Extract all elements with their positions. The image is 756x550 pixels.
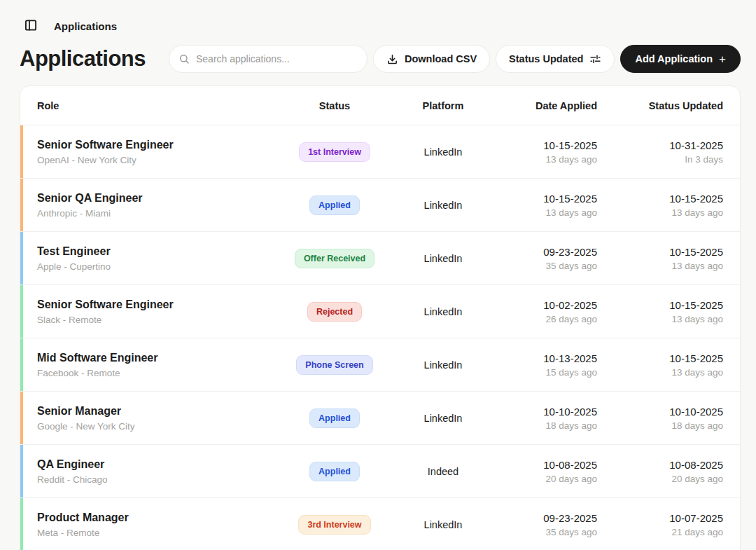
company-location: Facebook - Remote (37, 368, 275, 378)
column-header-platform: Platform (394, 100, 492, 111)
date-applied-relative: 35 days ago (492, 261, 597, 271)
platform-cell: LinkedIn (394, 519, 492, 530)
status-badge: 3rd Interview (298, 515, 370, 535)
date-applied: 10-15-2025 (492, 193, 597, 205)
table-row[interactable]: Senior Software Engineer Slack - Remote … (20, 285, 740, 338)
table-row[interactable]: Senior QA Engineer Anthropic - Miami App… (20, 179, 740, 232)
role-title: Senior Software Engineer (37, 139, 275, 151)
row-accent-bar (20, 285, 23, 338)
column-header-date-applied: Date Applied (492, 100, 597, 111)
status-updated-filter-label: Status Updated (509, 53, 583, 64)
table-row[interactable]: Mid Software Engineer Facebook - Remote … (20, 338, 740, 392)
company-location: Anthropic - Miami (37, 208, 275, 219)
status-updated-date: 10-08-2025 (597, 459, 723, 471)
status-updated-cell: 10-31-2025 In 3 days (597, 139, 723, 165)
status-cell: Applied (275, 462, 394, 481)
column-header-status-updated: Status Updated (597, 100, 723, 111)
status-updated-date: 10-10-2025 (597, 406, 723, 418)
status-updated-date: 10-15-2025 (597, 246, 723, 258)
role-title: Test Engineer (37, 245, 275, 258)
date-applied: 10-02-2025 (492, 299, 597, 311)
date-applied: 09-23-2025 (492, 246, 597, 258)
column-header-role: Role (37, 100, 275, 111)
panel-left-icon (24, 18, 38, 34)
status-updated-cell: 10-08-2025 20 days ago (597, 459, 723, 484)
date-applied-cell: 10-02-2025 26 days ago (492, 299, 597, 324)
status-cell: Applied (275, 195, 394, 215)
status-cell: Offer Received (275, 249, 394, 268)
platform-cell: LinkedIn (394, 200, 492, 211)
status-updated-cell: 10-07-2025 21 days ago (597, 512, 723, 537)
row-accent-bar (20, 179, 23, 231)
platform-cell: LinkedIn (394, 146, 492, 158)
company-location: OpenAI - New York City (37, 155, 275, 165)
status-updated-cell: 10-15-2025 13 days ago (597, 193, 723, 218)
date-applied-cell: 10-15-2025 13 days ago (492, 193, 597, 218)
status-badge: 1st Interview (299, 142, 370, 162)
row-accent-bar (20, 232, 23, 284)
search-input[interactable] (169, 45, 368, 73)
page-title: Applications (20, 46, 146, 71)
date-applied: 10-15-2025 (492, 139, 597, 151)
status-updated-relative: 21 days ago (597, 527, 723, 537)
date-applied: 09-23-2025 (492, 512, 597, 524)
status-badge: Offer Received (295, 249, 374, 268)
company-location: Slack - Remote (37, 315, 275, 325)
status-badge: Applied (309, 462, 360, 481)
platform-cell: Indeed (394, 466, 492, 477)
role-title: Senior Manager (37, 405, 275, 418)
table-row[interactable]: Senior Software Engineer OpenAI - New Yo… (20, 125, 740, 179)
status-updated-filter-button[interactable]: Status Updated (496, 45, 615, 73)
status-cell: 1st Interview (275, 142, 394, 162)
status-badge: Rejected (307, 302, 362, 322)
company-location: Meta - Remote (37, 528, 275, 538)
status-cell: Phone Screen (275, 355, 394, 375)
status-cell: 3rd Interview (275, 515, 394, 535)
role-title: QA Engineer (37, 458, 275, 471)
role-title: Product Manager (37, 511, 275, 524)
status-updated-cell: 10-15-2025 13 days ago (597, 352, 723, 378)
date-applied-cell: 10-13-2025 15 days ago (492, 352, 597, 378)
row-accent-bar (20, 498, 23, 550)
status-updated-date: 10-15-2025 (597, 299, 723, 311)
role-title: Mid Software Engineer (37, 352, 275, 364)
date-applied: 10-13-2025 (492, 352, 597, 364)
status-badge: Phone Screen (296, 355, 372, 375)
download-csv-label: Download CSV (405, 53, 477, 64)
table-row[interactable]: Test Engineer Apple - Cupertino Offer Re… (20, 232, 740, 285)
status-updated-relative: In 3 days (597, 154, 723, 165)
date-applied-relative: 26 days ago (492, 314, 597, 324)
date-applied-cell: 10-15-2025 13 days ago (492, 139, 597, 165)
header-controls: Download CSV Status Updated Add Applicat… (169, 45, 741, 73)
role-cell: Senior Software Engineer Slack - Remote (37, 298, 275, 325)
status-updated-cell: 10-15-2025 13 days ago (597, 246, 723, 271)
role-cell: Senior Software Engineer OpenAI - New Yo… (37, 139, 275, 165)
status-updated-date: 10-15-2025 (597, 193, 723, 205)
table-row[interactable]: QA Engineer Reddit - Chicago Applied Ind… (20, 445, 740, 498)
status-badge: Applied (309, 195, 360, 215)
search-container (169, 45, 368, 73)
row-accent-bar (20, 125, 23, 178)
date-applied-relative: 35 days ago (492, 527, 597, 537)
date-applied-relative: 18 days ago (492, 420, 597, 431)
status-badge: Applied (309, 408, 360, 428)
table-row[interactable]: Product Manager Meta - Remote 3rd Interv… (20, 498, 740, 550)
role-cell: QA Engineer Reddit - Chicago (37, 458, 275, 485)
status-cell: Rejected (275, 302, 394, 322)
add-application-button[interactable]: Add Application + (620, 45, 741, 73)
status-updated-relative: 13 days ago (597, 367, 723, 378)
row-accent-bar (20, 338, 23, 391)
date-applied: 10-10-2025 (492, 406, 597, 418)
sidebar-toggle-button[interactable] (23, 18, 38, 34)
download-csv-button[interactable]: Download CSV (373, 45, 490, 73)
date-applied-cell: 10-08-2025 20 days ago (492, 459, 597, 484)
role-cell: Senior QA Engineer Anthropic - Miami (37, 192, 275, 219)
role-cell: Product Manager Meta - Remote (37, 511, 275, 538)
status-cell: Applied (275, 408, 394, 428)
role-title: Senior QA Engineer (37, 192, 275, 205)
table-row[interactable]: Senior Manager Google - New York City Ap… (20, 392, 740, 445)
table-header-row: Role Status Platform Date Applied Status… (20, 86, 740, 125)
download-icon (386, 53, 398, 65)
date-applied-cell: 09-23-2025 35 days ago (492, 512, 597, 537)
status-updated-relative: 13 days ago (597, 261, 723, 271)
